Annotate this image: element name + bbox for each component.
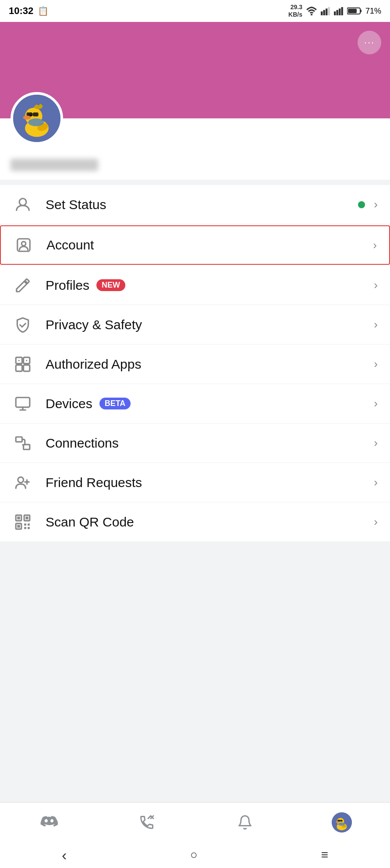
avatar-wrapper xyxy=(11,92,379,145)
svg-rect-52 xyxy=(340,820,342,822)
calendar-icon: 📋 xyxy=(38,6,49,16)
avatar-image xyxy=(13,92,60,145)
svg-rect-2 xyxy=(323,10,325,15)
svg-point-53 xyxy=(336,821,340,823)
edit-icon xyxy=(12,275,33,296)
svg-rect-7 xyxy=(339,9,340,15)
svg-rect-40 xyxy=(17,516,20,519)
chevron-right-icon: › xyxy=(373,238,377,252)
svg-rect-34 xyxy=(16,437,22,441)
menu-item-connections[interactable]: Connections › xyxy=(0,423,390,463)
menu-item-friend-requests[interactable]: Friend Requests › xyxy=(0,463,390,502)
more-dots-icon: ··· xyxy=(364,37,375,48)
qr-icon xyxy=(12,512,33,533)
svg-rect-10 xyxy=(360,10,362,12)
beta-badge: BETA xyxy=(99,398,131,409)
friend-icon xyxy=(12,472,33,493)
chevron-right-icon: › xyxy=(374,436,378,450)
monitor-icon xyxy=(12,393,33,414)
menu-item-profiles[interactable]: Profiles NEW › xyxy=(0,266,390,305)
menu-item-scan-qr[interactable]: Scan QR Code › xyxy=(0,502,390,542)
menu-item-devices[interactable]: Devices BETA › xyxy=(0,384,390,423)
svg-rect-30 xyxy=(24,365,30,371)
settings-menu: Set Status › Account › Profiles NEW xyxy=(0,185,390,542)
calls-icon xyxy=(136,811,158,833)
avatar[interactable] xyxy=(11,92,63,145)
profile-info-area xyxy=(0,118,390,180)
nav-item-notifications[interactable] xyxy=(225,808,265,837)
set-status-label: Set Status xyxy=(46,197,358,212)
status-icon xyxy=(12,194,33,215)
chevron-right-icon: › xyxy=(374,397,378,410)
devices-label: Devices BETA xyxy=(46,396,374,411)
connections-icon xyxy=(12,433,33,454)
svg-rect-5 xyxy=(334,11,336,15)
svg-rect-44 xyxy=(28,523,30,526)
privacy-safety-label: Privacy & Safety xyxy=(46,317,374,332)
back-button[interactable]: ‹ xyxy=(53,842,75,868)
more-options-button[interactable]: ··· xyxy=(358,31,381,54)
battery-percent: 71% xyxy=(365,7,381,16)
menu-item-authorized-apps[interactable]: Authorized Apps › xyxy=(0,345,390,384)
svg-point-24 xyxy=(25,199,28,202)
home-button[interactable]: ○ xyxy=(181,843,206,866)
scan-qr-label: Scan QR Code xyxy=(46,515,374,530)
data-speed: 29.3 KB/s xyxy=(288,4,302,18)
svg-rect-43 xyxy=(24,523,26,526)
svg-point-36 xyxy=(18,477,24,483)
svg-rect-33 xyxy=(16,397,30,407)
status-indicator xyxy=(358,201,370,208)
chevron-right-icon: › xyxy=(374,515,378,529)
svg-point-22 xyxy=(28,118,44,126)
chevron-right-icon: › xyxy=(374,476,378,489)
svg-point-23 xyxy=(19,198,26,205)
svg-point-32 xyxy=(26,359,27,361)
svg-point-26 xyxy=(21,242,26,246)
new-badge: NEW xyxy=(96,279,125,291)
svg-rect-1 xyxy=(321,11,323,15)
chevron-right-icon: › xyxy=(374,278,378,292)
svg-rect-11 xyxy=(348,9,357,13)
svg-rect-3 xyxy=(326,9,327,15)
svg-rect-28 xyxy=(16,365,22,371)
time-display: 10:32 xyxy=(9,5,33,17)
shield-icon xyxy=(12,314,33,335)
svg-point-31 xyxy=(18,359,20,361)
connections-label: Connections xyxy=(46,436,374,451)
wifi-icon xyxy=(306,7,317,15)
svg-rect-45 xyxy=(24,527,26,529)
account-icon xyxy=(13,235,34,256)
discord-icon xyxy=(38,811,60,833)
menu-item-set-status[interactable]: Set Status › xyxy=(0,185,390,224)
svg-point-0 xyxy=(311,14,312,16)
svg-rect-41 xyxy=(25,516,28,519)
battery-icon xyxy=(347,7,362,15)
nav-item-home[interactable] xyxy=(29,808,69,837)
friend-requests-label: Friend Requests xyxy=(46,475,374,490)
chevron-right-icon: › xyxy=(374,318,378,331)
nav-item-calls[interactable] xyxy=(127,808,167,837)
signal2-icon xyxy=(334,7,344,15)
svg-rect-6 xyxy=(336,10,338,15)
svg-rect-18 xyxy=(33,113,39,117)
profiles-label: Profiles NEW xyxy=(46,278,374,293)
nav-item-profile[interactable] xyxy=(323,809,361,836)
chevron-right-icon: › xyxy=(374,357,378,371)
chevron-right-icon: › xyxy=(374,198,378,211)
svg-rect-4 xyxy=(328,7,330,15)
menu-item-account[interactable]: Account › xyxy=(0,225,390,265)
bell-icon xyxy=(234,811,256,833)
recents-button[interactable]: ≡ xyxy=(312,843,337,866)
menu-item-privacy-safety[interactable]: Privacy & Safety › xyxy=(0,305,390,345)
apps-icon xyxy=(12,354,33,375)
svg-rect-46 xyxy=(28,527,30,529)
svg-point-20 xyxy=(23,116,31,120)
status-bar: 10:32 📋 29.3 KB/s xyxy=(0,0,390,22)
svg-rect-42 xyxy=(17,525,20,527)
bottom-navigation xyxy=(0,802,390,842)
section-divider xyxy=(0,180,390,185)
profile-avatar-nav xyxy=(332,812,352,832)
svg-point-55 xyxy=(338,822,345,826)
signal-icon xyxy=(321,7,330,15)
username-display xyxy=(11,159,98,171)
